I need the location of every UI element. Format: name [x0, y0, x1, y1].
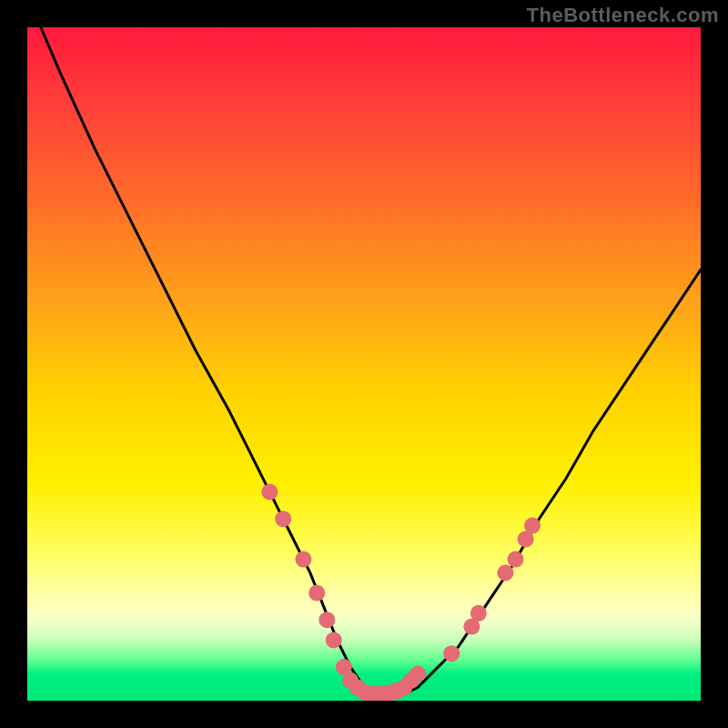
plot-area [27, 27, 701, 701]
bottleneck-curve [41, 27, 701, 694]
marker-dot [308, 585, 325, 602]
marker-dot [497, 564, 513, 581]
marker-group [261, 484, 541, 701]
marker-dot [524, 518, 541, 534]
marker-dot [508, 551, 524, 568]
chart-frame: TheBottleneck.com [0, 0, 728, 728]
marker-dot [261, 484, 278, 500]
marker-dot [410, 665, 426, 682]
marker-dot [318, 612, 335, 628]
marker-dot [295, 551, 311, 568]
marker-dot [275, 511, 291, 527]
chart-svg [27, 27, 701, 701]
watermark-label: TheBottleneck.com [527, 4, 719, 27]
marker-dot [326, 632, 342, 648]
marker-dot [470, 605, 487, 622]
marker-dot [443, 645, 460, 662]
